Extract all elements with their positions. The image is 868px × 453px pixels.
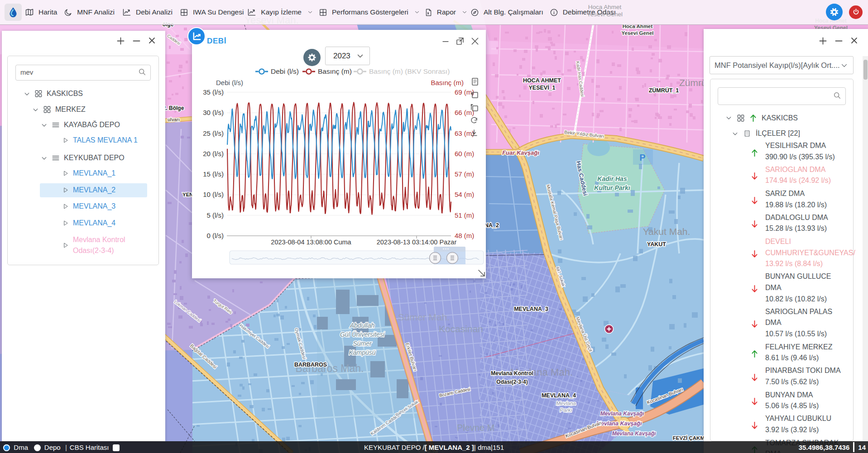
svg-text:51 (m): 51 (m): [455, 211, 474, 219]
svg-text:69 (m): 69 (m): [455, 88, 474, 96]
svg-text:Mevlana: Mevlana: [556, 401, 575, 406]
svg-text:Abdullah: Abdullah: [350, 322, 375, 329]
svg-text:2023-08-13 03:14:00 Pazar: 2023-08-13 03:14:00 Pazar: [377, 238, 457, 246]
svg-text:2. Bölge: 2. Bölge: [163, 105, 184, 111]
svg-text:Debi (l/s): Debi (l/s): [271, 67, 299, 75]
svg-text:ulvarı: ulvarı: [168, 117, 180, 122]
svg-text:Basınç (m) (BKV Sonrası): Basınç (m) (BKV Sonrası): [369, 67, 450, 75]
svg-text:2023-08-04 13:08:00 Cuma: 2023-08-04 13:08:00 Cuma: [271, 238, 351, 246]
svg-text:Mevlana Kavşağı: Mevlana Kavşağı: [600, 410, 644, 417]
svg-text:5 (l/s): 5 (l/s): [207, 211, 224, 219]
svg-text:ZÜMRÜT_1: ZÜMRÜT_1: [649, 87, 679, 94]
svg-text:HOCA AHMET: HOCA AHMET: [523, 77, 561, 84]
svg-text:Yesevi Genel: Yesevi Genel: [622, 30, 654, 36]
svg-text:Sümer: Sümer: [353, 340, 372, 347]
svg-text:Sümer Mah.: Sümer Mah.: [398, 312, 450, 322]
svg-text:BARBAROS: BARBAROS: [294, 362, 327, 368]
svg-text:Kultur Parkı: Kultur Parkı: [594, 184, 630, 191]
svg-text:57 (m): 57 (m): [455, 170, 474, 178]
svg-text:YESEVİ_1: YESEVİ_1: [528, 84, 555, 91]
svg-text:Kampüsü: Kampüsü: [349, 349, 375, 356]
svg-text:15 (l/s): 15 (l/s): [203, 170, 224, 178]
svg-text:Basınç (m): Basınç (m): [318, 67, 352, 75]
svg-text:Kocasinan: Kocasinan: [439, 324, 483, 334]
svg-text:25 (l/s): 25 (l/s): [203, 129, 224, 137]
svg-text:Plevne M: Plevne M: [457, 423, 494, 433]
svg-text:54 (m): 54 (m): [455, 191, 474, 198]
svg-text:60 (m): 60 (m): [455, 150, 474, 157]
svg-text:MEVLANA_3: MEVLANA_3: [514, 306, 548, 312]
svg-text:Odası(2-3-4): Odası(2-3-4): [496, 379, 528, 385]
svg-text:MEVLANA_4: MEVLANA_4: [542, 392, 576, 399]
svg-text:Mevlana Kavşağı: Mevlana Kavşağı: [612, 430, 656, 437]
svg-text:Fuar Kavşağı: Fuar Kavşağı: [502, 149, 539, 156]
svg-text:0 (l/s): 0 (l/s): [207, 232, 224, 239]
svg-text:30 (l/s): 30 (l/s): [203, 109, 224, 116]
svg-text:48 (m): 48 (m): [455, 232, 474, 239]
svg-text:FEVZİ ÇAKMA: FEVZİ ÇAKMA: [673, 435, 709, 441]
svg-text:20 (l/s): 20 (l/s): [203, 150, 224, 157]
svg-text:Basınç (m): Basınç (m): [431, 79, 464, 86]
svg-text:Mevlana Kontrol: Mevlana Kontrol: [491, 370, 533, 377]
svg-text:35 (l/s): 35 (l/s): [203, 88, 224, 96]
svg-text:Mevlana Kavşağı: Mevlana Kavşağı: [596, 420, 642, 427]
svg-text:Debi (l/s): Debi (l/s): [216, 79, 243, 86]
svg-text:10 (l/s): 10 (l/s): [203, 191, 224, 198]
svg-text:66 (m): 66 (m): [455, 109, 474, 116]
svg-text:Kadir Has: Kadir Has: [597, 175, 627, 182]
svg-text:Parkı: Parkı: [560, 407, 572, 413]
svg-text:Gül Üniversitesi: Gül Üniversitesi: [340, 330, 385, 338]
svg-text:YAKUT: YAKUT: [647, 241, 666, 248]
svg-text:Yakut Mah.: Yakut Mah.: [643, 226, 691, 237]
